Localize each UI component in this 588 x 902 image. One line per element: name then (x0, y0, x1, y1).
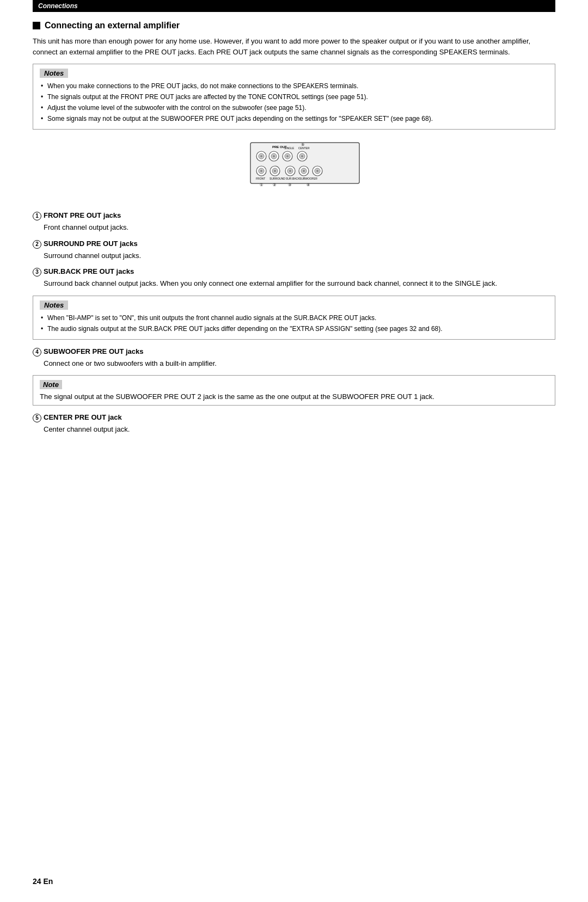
svg-point-15 (301, 155, 303, 157)
diagram-container: PRE OUT SINGLE CENTER (33, 137, 555, 203)
jack-label-2: SURROUND PRE OUT jacks (44, 240, 138, 248)
jack-title-5: 5 CENTER PRE OUT jack (33, 413, 555, 422)
circle-num-5: 5 (33, 414, 41, 422)
jack-title-4: 4 SUBWOOFER PRE OUT jacks (33, 347, 555, 357)
jack-desc-3: Surround back channel output jacks. When… (44, 278, 555, 289)
circle-num-3: 3 (33, 268, 41, 277)
jack-title-1: 1 FRONT PRE OUT jacks (33, 211, 555, 220)
notes-title-2: Notes (40, 300, 68, 310)
jack-title-3: 3 SUR.BACK PRE OUT jacks (33, 267, 555, 277)
svg-text:FRONT: FRONT (256, 177, 265, 180)
notes-box-1: Notes When you make connections to the P… (33, 64, 555, 130)
svg-point-31 (316, 170, 318, 172)
jack-desc-2: Surround channel output jacks. (44, 250, 555, 261)
note-item: When "BI-AMP" is set to "ON", this unit … (40, 313, 548, 323)
svg-point-28 (303, 170, 305, 172)
note-text-single: The signal output at the SUBWOOFER PRE O… (40, 392, 548, 401)
note-item: The signals output at the FRONT PRE OUT … (40, 92, 548, 102)
circle-num-2: 2 (33, 240, 41, 249)
title-square-icon (33, 22, 40, 29)
circle-num-1: 1 (33, 212, 41, 220)
page-footer: 24 En (33, 877, 53, 886)
header-bar: Connections (33, 0, 555, 12)
note-item: When you make connections to the PRE OUT… (40, 81, 548, 91)
svg-text:⑤: ⑤ (301, 143, 304, 146)
jack-label-4: SUBWOOFER PRE OUT jacks (44, 347, 143, 355)
notes-list-1: When you make connections to the PRE OUT… (40, 81, 548, 124)
note-box-single: Note The signal output at the SUBWOOFER … (33, 375, 555, 406)
svg-point-22 (274, 170, 276, 172)
svg-text:SURROUND: SURROUND (270, 177, 285, 180)
note-title-single: Note (40, 380, 62, 389)
jack-label-3: SUR.BACK PRE OUT jacks (44, 267, 134, 275)
svg-text:②: ② (273, 183, 276, 187)
intro-text: This unit has more than enough power for… (33, 36, 555, 57)
page-number: 24 En (33, 877, 53, 886)
notes-list-2: When "BI-AMP" is set to "ON", this unit … (40, 313, 548, 334)
circle-num-4: 4 (33, 348, 41, 357)
svg-point-25 (289, 170, 291, 172)
jack-item-5: 5 CENTER PRE OUT jack Center channel out… (33, 413, 555, 435)
jack-desc-4: Connect one or two subwoofers with a bui… (44, 358, 555, 369)
note-item: Adjust the volume level of the subwoofer… (40, 103, 548, 113)
jack-title-2: 2 SURROUND PRE OUT jacks (33, 240, 555, 249)
jack-label-5: CENTER PRE OUT jack (44, 413, 122, 421)
note-item: Some signals may not be output at the SU… (40, 114, 548, 124)
svg-point-19 (260, 170, 262, 172)
notes-box-2: Notes When "BI-AMP" is set to "ON", this… (33, 296, 555, 340)
jack-item-3-col: 3 SUR.BACK PRE OUT jacks Surround back c… (33, 267, 555, 441)
svg-text:SUBWOOFER: SUBWOOFER (299, 177, 317, 180)
jack-desc-1: Front channel output jacks. (44, 222, 555, 233)
jack-item-4: 4 SUBWOOFER PRE OUT jacks Connect one or… (33, 347, 555, 369)
section-title-text: Connecting an external amplifier (45, 21, 180, 30)
jack-item-1: 1 FRONT PRE OUT jacks Front channel outp… (33, 211, 555, 233)
note-item: The audio signals output at the SUR.BACK… (40, 324, 548, 334)
jack-item-2: 2 SURROUND PRE OUT jacks Surround channe… (33, 240, 555, 261)
jack-item-3: 3 SUR.BACK PRE OUT jacks Surround back c… (33, 267, 555, 289)
svg-point-9 (273, 155, 275, 157)
svg-point-12 (286, 155, 289, 157)
svg-text:CENTER: CENTER (298, 146, 310, 150)
jack-label-1: FRONT PRE OUT jacks (44, 211, 121, 219)
header-label: Connections (38, 2, 78, 10)
svg-text:SINGLE: SINGLE (284, 146, 295, 150)
svg-text:③: ③ (288, 183, 291, 187)
svg-point-6 (260, 155, 262, 157)
svg-text:SUR.BACK: SUR.BACK (286, 177, 300, 180)
preout-diagram: PRE OUT SINGLE CENTER (218, 137, 370, 203)
svg-text:①: ① (260, 183, 263, 187)
jack-desc-5: Center channel output jack. (44, 424, 555, 435)
svg-text:④: ④ (307, 183, 310, 187)
notes-title-1: Notes (40, 69, 68, 78)
section-title: Connecting an external amplifier (33, 21, 555, 30)
